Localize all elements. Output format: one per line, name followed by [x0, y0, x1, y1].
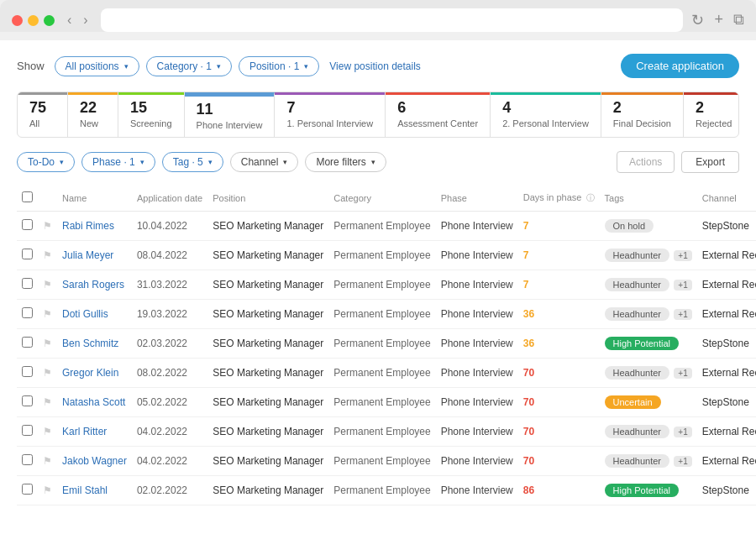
tab-overview-icon[interactable]: ⧉ [733, 11, 744, 29]
row-checkbox[interactable] [22, 425, 33, 436]
tag-badge[interactable]: Headhunter [605, 454, 670, 468]
stage-tab-personal1[interactable]: 7 1. Personal Interview [275, 92, 386, 137]
stage-tab-personal2[interactable]: 4 2. Personal Interview [491, 92, 601, 137]
days-cell: 7 [518, 212, 600, 241]
stage-tab-new[interactable]: 22 New [68, 92, 118, 137]
tag-badge[interactable]: Uncertain [605, 395, 661, 409]
stage-tab-phone[interactable]: 11 Phone Interview [185, 92, 276, 137]
close-button[interactable] [12, 15, 23, 26]
applicant-name[interactable]: Julia Meyer [57, 241, 132, 270]
priority-flag-icon[interactable]: ⚑ [43, 249, 52, 261]
table-row: ⚑ Julia Meyer 08.04.2022 SEO Marketing M… [17, 241, 756, 270]
position-filter[interactable]: Position · 1 ▾ [239, 56, 319, 76]
nav-buttons: ‹ › [63, 11, 92, 29]
tag-badge[interactable]: Headhunter [605, 278, 670, 291]
tag-badge[interactable]: Headhunter [605, 249, 670, 262]
priority-flag-icon[interactable]: ⚑ [43, 484, 52, 496]
export-button[interactable]: Export [681, 151, 739, 173]
tag-badge[interactable]: High Potential [605, 484, 680, 497]
days-cell: 70 [518, 417, 600, 447]
tag-plus-badge: +1 [674, 309, 691, 320]
address-bar[interactable] [101, 8, 684, 32]
priority-flag-icon[interactable]: ⚑ [43, 396, 52, 408]
category-filter[interactable]: Category · 1 ▾ [146, 56, 232, 76]
tag-badge[interactable]: Headhunter [605, 366, 670, 380]
priority-flag-icon[interactable]: ⚑ [43, 455, 52, 467]
minimize-button[interactable] [28, 15, 39, 26]
applicant-name[interactable]: Karl Ritter [57, 417, 132, 447]
row-checkbox[interactable] [22, 366, 33, 377]
view-position-details-link[interactable]: View position details [329, 60, 421, 72]
select-all-checkbox[interactable] [22, 191, 33, 202]
table-row: ⚑ Ben Schmitz 02.03.2022 SEO Marketing M… [17, 329, 756, 359]
channel-header: Channel [697, 185, 756, 212]
row-checkbox[interactable] [22, 484, 33, 495]
row-checkbox[interactable] [22, 278, 33, 289]
category-cell: Permanent Employee [328, 212, 435, 241]
row-checkbox[interactable] [22, 249, 33, 259]
days-value: 70 [523, 455, 534, 467]
stage-tab-assessment[interactable]: 6 Assessment Center [386, 92, 491, 137]
table-row: ⚑ Karl Ritter 04.02.2022 SEO Marketing M… [17, 417, 756, 447]
days-value: 7 [523, 279, 529, 291]
applicant-name[interactable]: Doti Gullis [57, 300, 132, 329]
tag-badge[interactable]: High Potential [605, 337, 680, 350]
row-checkbox[interactable] [22, 454, 33, 465]
tags-cell: High Potential [600, 476, 697, 505]
priority-flag-icon[interactable]: ⚑ [43, 367, 52, 379]
priority-flag-icon[interactable]: ⚑ [43, 426, 52, 437]
stage-tab-all[interactable]: 75 All [18, 92, 68, 137]
all-positions-filter[interactable]: All positions ▾ [55, 56, 139, 76]
maximize-button[interactable] [44, 15, 55, 26]
app-content: Show All positions ▾ Category · 1 ▾ Posi… [0, 40, 756, 555]
priority-flag-icon[interactable]: ⚑ [43, 308, 52, 320]
priority-cell: ⚑ [38, 359, 57, 388]
priority-cell: ⚑ [38, 388, 57, 417]
back-button[interactable]: ‹ [63, 11, 76, 29]
tag-badge[interactable]: On hold [605, 219, 654, 233]
more-filters-button[interactable]: More filters ▾ [305, 152, 386, 172]
todo-filter[interactable]: To-Do ▾ [17, 152, 75, 172]
applicant-name[interactable]: Natasha Scott [57, 388, 132, 417]
tag-filter[interactable]: Tag · 5 ▾ [162, 152, 223, 172]
tags-cell: High Potential [600, 329, 697, 359]
actions-button[interactable]: Actions [617, 151, 675, 173]
reload-icon[interactable]: ↻ [691, 11, 704, 29]
row-checkbox[interactable] [22, 337, 33, 348]
days-cell: 7 [518, 270, 600, 300]
channel-cell: StepStone [697, 212, 756, 241]
row-checkbox[interactable] [22, 395, 33, 406]
applicant-name[interactable]: Rabi Rimes [57, 212, 132, 241]
create-application-button[interactable]: Create application [621, 54, 739, 78]
applicant-name[interactable]: Jakob Wagner [57, 447, 132, 476]
chevron-down-icon: ▾ [140, 158, 144, 166]
stage-tab-rejected[interactable]: 2 Rejected [684, 92, 739, 137]
applicant-name[interactable]: Sarah Rogers [57, 270, 132, 300]
channel-filter[interactable]: Channel ▾ [230, 152, 299, 172]
applicant-name[interactable]: Emil Stahl [57, 476, 132, 505]
priority-flag-icon[interactable]: ⚑ [43, 338, 52, 349]
position-header: Position [207, 185, 328, 212]
channel-cell: External Recruiter [697, 300, 756, 329]
tag-badge[interactable]: Headhunter [605, 307, 670, 321]
phase-filter[interactable]: Phase · 1 ▾ [81, 152, 155, 172]
category-header: Category [328, 185, 435, 212]
applicant-name[interactable]: Ben Schmitz [57, 329, 132, 359]
priority-flag-icon[interactable]: ⚑ [43, 220, 52, 232]
new-tab-icon[interactable]: + [714, 11, 723, 29]
row-checkbox[interactable] [22, 307, 33, 318]
channel-cell: External Recruiter [697, 270, 756, 300]
applicant-name[interactable]: Gregor Klein [57, 359, 132, 388]
position-cell: SEO Marketing Manager [207, 476, 328, 505]
priority-cell: ⚑ [38, 241, 57, 270]
table-row: ⚑ Rabi Rimes 10.04.2022 SEO Marketing Ma… [17, 212, 756, 241]
info-icon[interactable]: ⓘ [586, 193, 595, 202]
stage-tab-screening[interactable]: 15 Screening [118, 92, 185, 137]
forward-button[interactable]: › [79, 11, 92, 29]
row-checkbox-cell [17, 329, 38, 359]
priority-flag-icon[interactable]: ⚑ [43, 279, 52, 291]
tag-badge[interactable]: Headhunter [605, 425, 670, 438]
stage-tab-final[interactable]: 2 Final Decision [601, 92, 684, 137]
row-checkbox[interactable] [22, 219, 33, 230]
applicants-table-container: Name Application date Position Category … [17, 185, 739, 505]
